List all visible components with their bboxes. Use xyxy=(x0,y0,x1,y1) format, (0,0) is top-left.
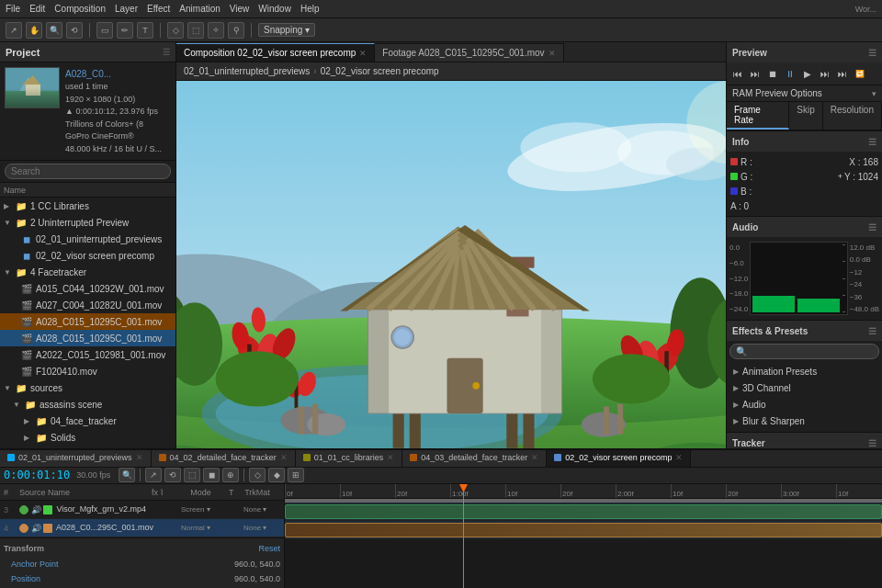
tool-rotate[interactable]: ⟲ xyxy=(66,22,83,39)
clip-3-bar[interactable] xyxy=(285,504,882,519)
tree-item-04face[interactable]: ▶ 📁 04_face_tracker xyxy=(0,413,175,429)
prev-next-frame[interactable]: ⏭ xyxy=(818,66,832,81)
tl-tool3[interactable]: ⬚ xyxy=(184,468,200,482)
tree-item-footage6[interactable]: 🎬 F1020410.mov xyxy=(0,363,175,379)
comp-tab-visor-close[interactable]: ✕ xyxy=(359,49,367,58)
tool-selection[interactable]: ↗ xyxy=(6,22,22,39)
tree-item-comp1[interactable]: ◼ 02_01_uninterrupted_previews xyxy=(0,231,175,247)
tree-item-footage3[interactable]: 🎬 A028_C015_10295C_001.mov xyxy=(0,313,175,330)
audio-panel-header[interactable]: Audio ☰ xyxy=(727,217,882,237)
track-4-trkmat[interactable]: None ▾ xyxy=(243,524,280,532)
track-4-vis[interactable] xyxy=(19,524,28,533)
effect-3d-channel[interactable]: ▶ 3D Channel xyxy=(729,379,879,396)
prev-last-frame[interactable]: ⏭ xyxy=(835,66,850,81)
comp-tab-visor[interactable]: Composition 02_02_visor screen precomp ✕ xyxy=(176,43,375,62)
tree-item-comp2[interactable]: ◼ 02_02_visor screen precomp xyxy=(0,247,175,264)
tl-tab-visor[interactable]: 02_02_visor screen precomp ✕ xyxy=(547,450,691,467)
prev-play[interactable]: ▶ xyxy=(800,66,815,81)
tl-tool4[interactable]: ◼ xyxy=(203,468,220,482)
tl-close-visor[interactable]: ✕ xyxy=(675,453,683,462)
tree-item-solids1[interactable]: ▶ 📁 Solids xyxy=(0,429,175,446)
tl-tool5[interactable]: ⊕ xyxy=(222,468,239,482)
tl-search-btn[interactable]: 🔍 xyxy=(119,468,135,482)
menu-window[interactable]: Window xyxy=(258,4,291,14)
prev-to-start[interactable]: ⏮ xyxy=(730,66,745,81)
effects-panel-header[interactable]: Effects & Presets ☰ xyxy=(727,321,882,341)
tree-item-cc-libraries[interactable]: ▶ 📁 1 CC Libraries xyxy=(0,198,175,214)
tool-zoom[interactable]: 🔍 xyxy=(46,22,62,39)
tool-paint[interactable]: ◇ xyxy=(167,22,184,39)
tree-item-unint-preview[interactable]: ▼ 📁 2 Uninterrupted Preview xyxy=(0,214,175,231)
transform-reset[interactable]: Reset xyxy=(258,544,280,553)
comp-tab-footage-close[interactable]: ✕ xyxy=(548,49,556,58)
position-label[interactable]: Position xyxy=(11,574,40,583)
tree-item-footage1[interactable]: 🎬 A015_C044_10292W_001.mov xyxy=(0,280,175,297)
tl-tab-face[interactable]: 04_02_detailed_face_tracker ✕ xyxy=(152,450,296,467)
snapping-button[interactable]: Snapping ▾ xyxy=(258,23,315,37)
tl-marker2[interactable]: ◆ xyxy=(268,468,285,482)
comp-tab-footage[interactable]: Footage A028_C015_10295C_001.mov ✕ xyxy=(375,43,563,62)
track-3-trkmat[interactable]: None ▾ xyxy=(243,505,280,514)
audio-collapse[interactable]: ☰ xyxy=(868,222,876,232)
tracker-collapse[interactable]: ☰ xyxy=(868,438,876,448)
menu-effect[interactable]: Effect xyxy=(147,4,170,14)
tl-close-unint[interactable]: ✕ xyxy=(136,453,143,462)
menu-composition[interactable]: Composition xyxy=(54,4,106,14)
track-4-mode[interactable]: Normal ▾ xyxy=(181,524,227,532)
preview-collapse[interactable]: ☰ xyxy=(868,48,876,58)
tl-tab-face2[interactable]: 04_03_detailed_face_tracker ✕ xyxy=(402,450,547,467)
tl-close-cc[interactable]: ✕ xyxy=(387,453,394,462)
track-3-mode[interactable]: Screen ▾ xyxy=(181,505,227,514)
prev-pause[interactable]: ⏸ xyxy=(783,66,797,81)
project-search-input[interactable] xyxy=(5,164,171,179)
breadcrumb-item2[interactable]: 02_02_visor screen precomp xyxy=(321,66,439,76)
menu-layer[interactable]: Layer xyxy=(115,4,138,14)
tool-shape[interactable]: ▭ xyxy=(96,22,113,39)
preview-panel-header[interactable]: Preview ☰ xyxy=(727,42,882,62)
preview-tab-framerate[interactable]: Frame Rate xyxy=(727,102,789,130)
effect-blur-sharpen[interactable]: ▶ Blur & Sharpen xyxy=(729,413,879,429)
tool-text[interactable]: T xyxy=(137,22,153,39)
tool-hand[interactable]: ✋ xyxy=(26,22,42,39)
info-collapse[interactable]: ☰ xyxy=(868,137,876,147)
tl-marker1[interactable]: ◇ xyxy=(249,468,266,482)
tl-track-3[interactable]: 3 🔊 Visor_Mgfx_grn_v2.mp4 Screen ▾ None … xyxy=(0,501,284,519)
menu-file[interactable]: File xyxy=(6,4,20,14)
tl-tab-cc[interactable]: 01_01_cc_libraries ✕ xyxy=(296,450,403,467)
effects-collapse[interactable]: ☰ xyxy=(868,326,876,336)
tl-close-face[interactable]: ✕ xyxy=(280,453,288,462)
breadcrumb-item1[interactable]: 02_01_uninterrupted_previews xyxy=(184,66,310,76)
menu-animation[interactable]: Animation xyxy=(179,4,220,14)
preview-tab-resolution[interactable]: Resolution xyxy=(823,102,882,130)
tree-item-sources[interactable]: ▼ 📁 sources xyxy=(0,379,175,396)
tool-clone[interactable]: ⬚ xyxy=(187,22,204,39)
prev-stop[interactable]: ⏹ xyxy=(765,66,780,81)
tool-eraser[interactable]: ⟡ xyxy=(208,22,224,39)
tree-item-footage2[interactable]: 🎬 A027_C004_10282U_001.mov xyxy=(0,297,175,313)
tl-tab-unint[interactable]: 02_01_uninterrupted_previews ✕ xyxy=(0,450,152,467)
tl-tool1[interactable]: ↗ xyxy=(145,468,162,482)
tl-tool2[interactable]: ⟲ xyxy=(164,468,181,482)
effects-search-input[interactable] xyxy=(729,344,879,359)
clip-4-bar[interactable] xyxy=(285,523,882,537)
tl-close-face2[interactable]: ✕ xyxy=(531,453,538,462)
preview-tab-skip[interactable]: Skip xyxy=(789,102,822,130)
prev-loop[interactable]: 🔁 xyxy=(853,66,867,81)
menu-help[interactable]: Help xyxy=(300,4,320,14)
track-3-vis[interactable] xyxy=(19,505,28,514)
tl-track-4[interactable]: 4 🔊 A028_C0...295C_001.mov Normal ▾ None… xyxy=(0,519,284,537)
tree-item-assasins[interactable]: ▼ 📁 assasins scene xyxy=(0,396,175,413)
anchor-point-label[interactable]: Anchor Point xyxy=(11,560,59,569)
tree-item-facetracker[interactable]: ▼ 📁 4 Facetracker xyxy=(0,264,175,280)
effect-anim-presets[interactable]: ▶ Animation Presets xyxy=(729,363,879,379)
tl-marker3[interactable]: ⊞ xyxy=(288,468,304,482)
ram-preview-bar[interactable]: RAM Preview Options ▾ xyxy=(727,85,882,102)
info-panel-header[interactable]: Info ☰ xyxy=(727,131,882,152)
menu-edit[interactable]: Edit xyxy=(29,4,45,14)
tool-pen[interactable]: ✏ xyxy=(117,22,133,39)
effect-audio[interactable]: ▶ Audio xyxy=(729,396,879,413)
menu-view[interactable]: View xyxy=(230,4,250,14)
prev-frame-back[interactable]: ⏭ xyxy=(748,66,763,81)
tool-puppet[interactable]: ⚲ xyxy=(228,22,244,39)
tree-item-footage5[interactable]: 🎬 A2022_C015_102981_001.mov xyxy=(0,346,175,363)
